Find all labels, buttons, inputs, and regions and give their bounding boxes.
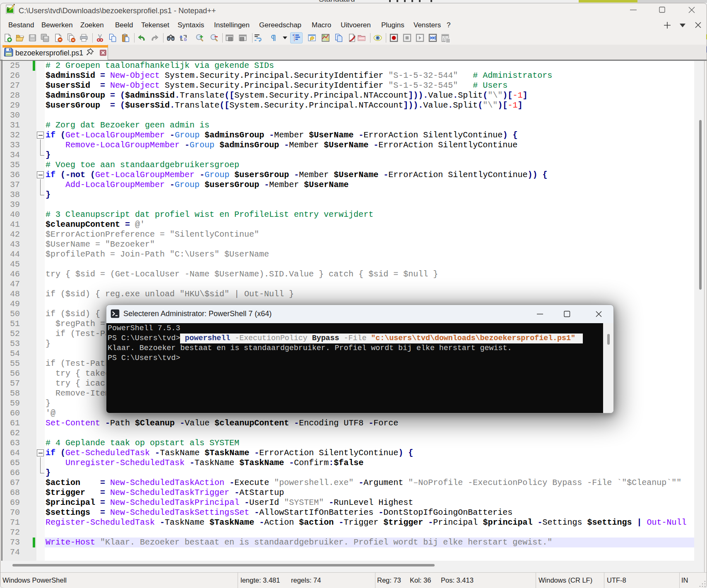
svg-text:a: a <box>180 34 182 39</box>
